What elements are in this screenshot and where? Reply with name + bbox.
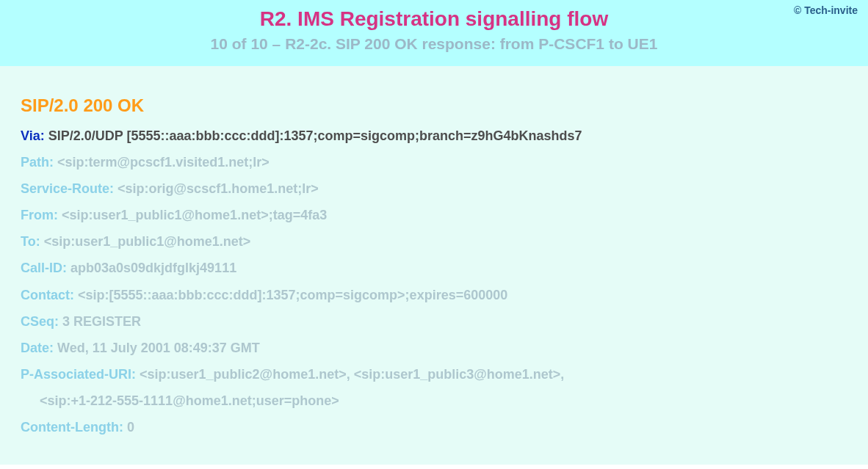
page-subtitle: 10 of 10 – R2-2c. SIP 200 OK response: f… — [15, 35, 853, 53]
sip-header-name: To — [21, 234, 36, 249]
copyright-text: © Tech-invite — [794, 4, 858, 16]
sip-header-continuation: <sip:+1-212-555-1111@home1.net;user=phon… — [21, 391, 847, 410]
sip-status-line: SIP/2.0 200 OK — [21, 95, 847, 116]
sip-header-value: <sip:[5555::aaa:bbb:ccc:ddd]:1357;comp=s… — [78, 288, 507, 302]
sip-header-value: 3 REGISTER — [62, 314, 141, 329]
sip-header-colon: : — [54, 314, 62, 329]
sip-header-colon: : — [119, 420, 127, 435]
sip-header-line: Service-Route: <sip:orig@scscf1.home1.ne… — [21, 179, 847, 198]
sip-header-colon: : — [62, 261, 70, 275]
sip-header-name: Content-Length — [21, 420, 119, 435]
sip-header-name: Via — [21, 128, 40, 143]
sip-headers: Via: SIP/2.0/UDP [5555::aaa:bbb:ccc:ddd]… — [21, 126, 847, 437]
page-title: R2. IMS Registration signalling flow — [15, 7, 853, 31]
sip-header-value: Wed, 11 July 2001 08:49:37 GMT — [57, 341, 260, 355]
sip-header-line: Content-Length: 0 — [21, 418, 847, 437]
sip-header-line: Path: <sip:term@pcscf1.visited1.net;lr> — [21, 153, 847, 172]
sip-header-line: From: <sip:user1_public1@home1.net>;tag=… — [21, 206, 847, 225]
header-band: © Tech-invite R2. IMS Registration signa… — [0, 0, 868, 66]
sip-header-name: Service-Route — [21, 181, 109, 196]
sip-header-colon: : — [54, 208, 62, 222]
sip-header-colon: : — [36, 234, 44, 249]
sip-header-value: <sip:user1_public2@home1.net>, <sip:user… — [140, 367, 564, 382]
sip-message-panel: SIP/2.0 200 OK Via: SIP/2.0/UDP [5555::a… — [0, 66, 868, 465]
sip-header-name: P-Associated-URI — [21, 367, 131, 382]
sip-header-name: From — [21, 208, 54, 222]
sip-header-line: To: <sip:user1_public1@home1.net> — [21, 232, 847, 251]
sip-header-line: Via: SIP/2.0/UDP [5555::aaa:bbb:ccc:ddd]… — [21, 126, 847, 145]
sip-header-name: CSeq — [21, 314, 54, 329]
sip-header-colon: : — [49, 155, 57, 170]
sip-header-value: <sip:user1_public1@home1.net> — [44, 234, 251, 249]
sip-header-value: apb03a0s09dkjdfglkj49111 — [70, 261, 236, 275]
sip-header-line: P-Associated-URI: <sip:user1_public2@hom… — [21, 365, 847, 384]
sip-header-value: <sip:term@pcscf1.visited1.net;lr> — [57, 155, 270, 170]
sip-header-line: Date: Wed, 11 July 2001 08:49:37 GMT — [21, 338, 847, 357]
sip-header-name: Path — [21, 155, 49, 170]
sip-header-value: <sip:+1-212-555-1111@home1.net;user=phon… — [40, 393, 339, 408]
sip-header-line: CSeq: 3 REGISTER — [21, 312, 847, 331]
sip-header-colon: : — [109, 181, 117, 196]
sip-header-value: <sip:orig@scscf1.home1.net;lr> — [117, 181, 319, 196]
sip-header-line: Call-ID: apb03a0s09dkjdfglkj49111 — [21, 258, 847, 277]
sip-header-value: SIP/2.0/UDP [5555::aaa:bbb:ccc:ddd]:1357… — [48, 128, 582, 143]
sip-header-colon: : — [131, 367, 140, 382]
sip-header-line: Contact: <sip:[5555::aaa:bbb:ccc:ddd]:13… — [21, 286, 847, 305]
sip-header-value: 0 — [127, 420, 134, 435]
sip-header-name: Contact — [21, 288, 70, 302]
sip-header-colon: : — [70, 288, 78, 302]
sip-header-name: Date — [21, 341, 49, 355]
sip-header-colon: : — [49, 341, 57, 355]
sip-header-value: <sip:user1_public1@home1.net>;tag=4fa3 — [62, 208, 327, 222]
sip-header-colon: : — [40, 128, 48, 143]
sip-header-name: Call-ID — [21, 261, 62, 275]
